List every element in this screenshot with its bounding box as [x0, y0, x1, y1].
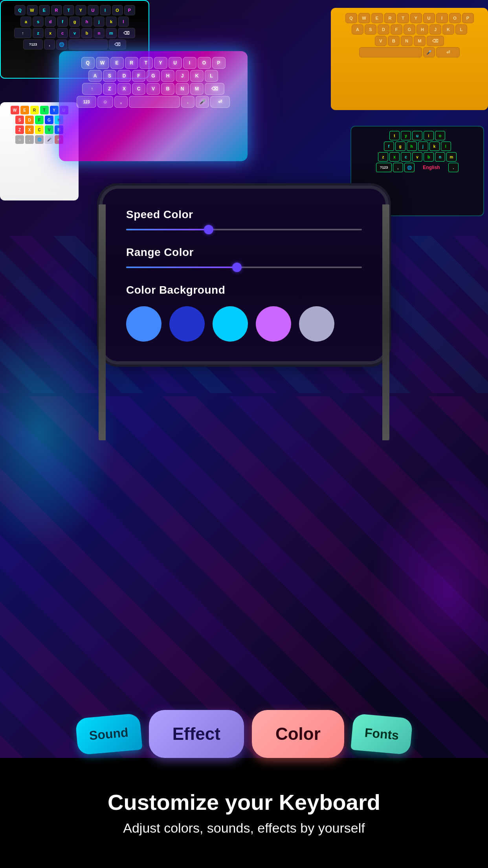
key-i-neon: i: [424, 131, 434, 140]
key-k-neon: k: [429, 142, 440, 151]
key-comma-holo: ,: [114, 96, 128, 108]
key-comma: ,: [44, 39, 55, 50]
key-j-neon: j: [418, 142, 428, 151]
key-comma-neon: ,: [393, 163, 403, 172]
key-m-neon: m: [446, 152, 457, 162]
key-y-holo: Y: [154, 57, 167, 69]
english-label: English: [416, 163, 447, 172]
color-circle-lightpurple[interactable]: [299, 306, 334, 342]
phone-screen: Speed Color Range Color Color Background: [103, 189, 385, 361]
key-r-holo: R: [125, 57, 138, 69]
sub-headline: Adjust colors, sounds, effects by yourse…: [123, 820, 365, 836]
fonts-button[interactable]: Fonts: [350, 713, 413, 755]
key-o: O: [112, 5, 123, 15]
key-j: j: [94, 17, 105, 27]
key-t: T: [63, 5, 74, 15]
key-g-gold: G: [404, 24, 415, 35]
key-v: v: [69, 28, 80, 38]
key-enter-gold: ⏎: [436, 47, 460, 57]
key-o-neon: o: [435, 131, 445, 140]
key-w-holo: W: [96, 57, 109, 69]
key-i: I: [100, 5, 111, 15]
key-q: Q: [15, 5, 26, 15]
key-num-neon: ?123: [376, 163, 392, 172]
key-mic-holo: 🎤: [196, 96, 209, 108]
key-j-holo: J: [176, 70, 189, 82]
key-globe-neon: 🌐: [404, 163, 415, 172]
key-e-holo: E: [110, 57, 124, 69]
key-del-gold: ⌫: [427, 36, 444, 46]
key-d-gold: D: [378, 24, 389, 35]
range-color-slider[interactable]: [126, 267, 362, 268]
key-x-neon: x: [389, 152, 400, 162]
key-c-holo: C: [132, 83, 145, 95]
main-headline: Customize your Keyboard: [108, 790, 380, 815]
key-b-holo: B: [161, 83, 174, 95]
speed-color-slider[interactable]: [126, 229, 362, 230]
key-u-gold: U: [423, 13, 435, 23]
key-g-neon: g: [395, 142, 405, 151]
key-k: k: [106, 17, 117, 27]
color-button[interactable]: Color: [252, 710, 344, 758]
key-o-holo: O: [198, 57, 211, 69]
key-i-holo: I: [183, 57, 196, 69]
range-color-thumb[interactable]: [232, 263, 242, 272]
key-h-neon: h: [407, 142, 417, 151]
key-z-neon: z: [378, 152, 388, 162]
color-circle-darkblue[interactable]: [169, 306, 205, 342]
key-u-neon: u: [412, 131, 422, 140]
color-background-label: Color Background: [126, 284, 362, 296]
key-s: s: [33, 17, 44, 27]
key-space: [68, 39, 108, 50]
key-p-gold: P: [462, 13, 474, 23]
key-y-neon: y: [401, 131, 411, 140]
key-space-holo: [129, 96, 180, 108]
key-j-gold: J: [429, 24, 441, 35]
key-n-gold: N: [401, 36, 413, 46]
key-n: n: [94, 28, 105, 38]
bottom-text-area: Customize your Keyboard Adjust colors, s…: [0, 758, 488, 868]
sound-button[interactable]: Sound: [75, 713, 142, 755]
key-y-gold: Y: [410, 13, 422, 23]
speed-color-label: Speed Color: [126, 208, 362, 221]
key-enter-holo: ⏎: [210, 96, 230, 108]
key-globe: 🌐: [56, 39, 67, 50]
key-bs-holo: ⌫: [205, 83, 224, 95]
effect-button[interactable]: Effect: [149, 710, 244, 758]
color-circle-blue[interactable]: [126, 306, 161, 342]
key-m: m: [106, 28, 117, 38]
key-d-holo: D: [117, 70, 131, 82]
key-period-neon: .: [448, 163, 459, 172]
key-w-gold: W: [358, 13, 370, 23]
phone-side-left: [99, 204, 106, 440]
color-circles-container: [126, 306, 362, 342]
range-color-label: Range Color: [126, 246, 362, 259]
key-r: R: [51, 5, 62, 15]
key-h-gold: H: [416, 24, 428, 35]
key-m-holo: M: [190, 83, 204, 95]
key-q-gold: Q: [345, 13, 357, 23]
key-z-holo: Z: [103, 83, 116, 95]
color-circle-purple[interactable]: [256, 306, 291, 342]
key-l-holo: L: [205, 70, 218, 82]
key-space-gold: [359, 47, 422, 57]
key-t-neon: t: [389, 131, 400, 140]
key-f-neon: f: [384, 142, 394, 151]
speed-color-thumb[interactable]: [204, 225, 213, 234]
key-g: g: [69, 17, 80, 27]
key-p-holo: P: [212, 57, 226, 69]
key-e: E: [39, 5, 50, 15]
key-l-neon: l: [441, 142, 451, 151]
key-b-gold: B: [388, 36, 400, 46]
key-h-holo: H: [161, 70, 174, 82]
key-l: l: [118, 17, 129, 27]
key-f-gold: F: [391, 24, 402, 35]
key-k-gold: K: [442, 24, 454, 35]
key-z: z: [33, 28, 44, 38]
color-circle-cyan[interactable]: [213, 306, 248, 342]
key-n-neon: n: [435, 152, 445, 162]
key-mic-gold: 🎤: [423, 47, 435, 57]
range-color-fill: [126, 267, 237, 268]
key-a-holo: A: [88, 70, 102, 82]
speed-color-fill: [126, 229, 209, 230]
